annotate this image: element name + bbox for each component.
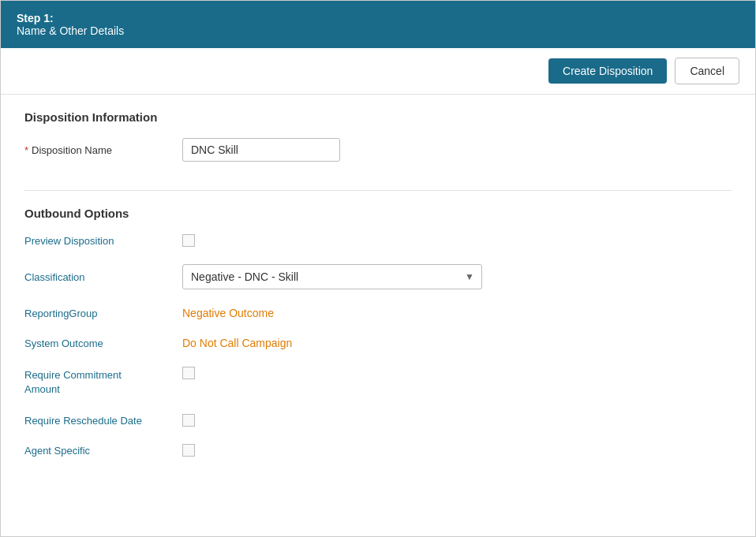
reporting-group-row: ReportingGroup Negative Outcome [24, 307, 732, 319]
required-star: * [24, 144, 28, 156]
classification-row: Classification Negative - DNC - Skill ▼ [24, 264, 732, 289]
disposition-information-section: Disposition Information *Disposition Nam… [24, 110, 732, 191]
require-reschedule-label: Require Reschedule Date [24, 415, 182, 427]
system-outcome-row: System Outcome Do Not Call Campaign [24, 337, 732, 349]
require-commitment-row: Require CommitmentAmount [24, 367, 732, 397]
system-outcome-value: Do Not Call Campaign [182, 337, 292, 349]
disposition-name-row: *Disposition Name [24, 138, 732, 162]
require-commitment-checkbox[interactable] [182, 367, 195, 379]
preview-disposition-row: Preview Disposition [24, 234, 732, 247]
disposition-name-input[interactable] [182, 138, 340, 162]
disposition-info-title: Disposition Information [24, 110, 732, 124]
agent-specific-label: Agent Specific [24, 445, 182, 457]
header-subtitle: Name & Other Details [17, 24, 739, 37]
classification-label: Classification [24, 271, 182, 283]
require-commitment-label: Require CommitmentAmount [24, 367, 182, 397]
preview-disposition-checkbox[interactable] [182, 234, 195, 247]
toolbar: Create Disposition Cancel [1, 48, 755, 95]
outbound-options-title: Outbound Options [24, 207, 732, 220]
classification-select[interactable]: Negative - DNC - Skill [182, 264, 482, 289]
agent-specific-row: Agent Specific [24, 444, 732, 457]
disposition-name-label: *Disposition Name [24, 144, 182, 156]
create-disposition-button[interactable]: Create Disposition [548, 58, 667, 84]
agent-specific-checkbox[interactable] [182, 444, 195, 457]
classification-select-wrapper: Negative - DNC - Skill ▼ [182, 264, 482, 289]
reporting-group-value: Negative Outcome [182, 307, 274, 319]
require-reschedule-row: Require Reschedule Date [24, 414, 732, 427]
require-reschedule-checkbox[interactable] [182, 414, 195, 427]
header-step: Step 1: [17, 12, 739, 24]
reporting-group-label: ReportingGroup [24, 308, 182, 319]
system-outcome-label: System Outcome [24, 337, 182, 349]
cancel-button[interactable]: Cancel [675, 58, 739, 84]
preview-disposition-label: Preview Disposition [24, 235, 182, 247]
content: Disposition Information *Disposition Nam… [1, 95, 755, 536]
outbound-options-section: Outbound Options Preview Disposition Cla… [24, 191, 732, 457]
page-wrapper: Step 1: Name & Other Details Create Disp… [0, 0, 756, 537]
header: Step 1: Name & Other Details [1, 1, 755, 48]
